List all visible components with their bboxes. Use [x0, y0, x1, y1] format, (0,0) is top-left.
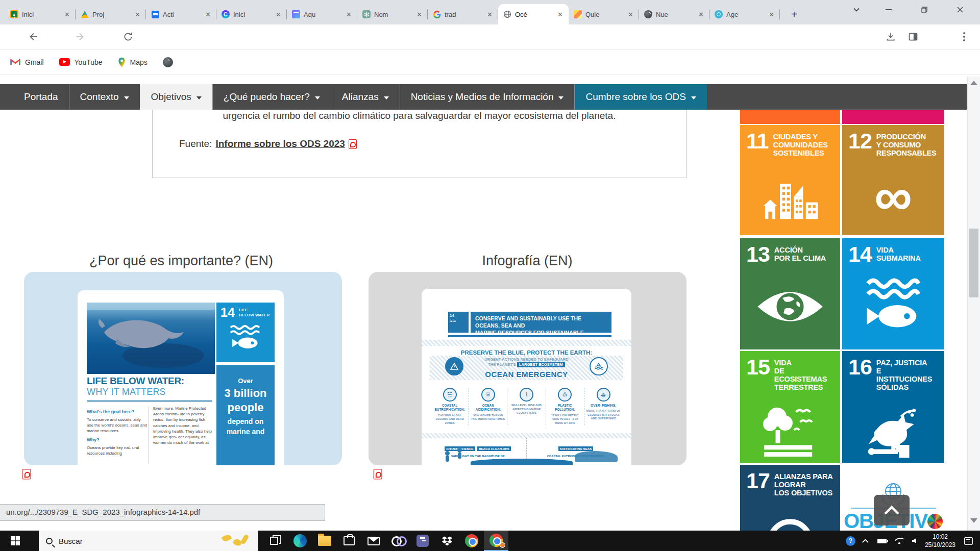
side-panel-icon[interactable]: [904, 30, 922, 44]
nav-item-contexto[interactable]: Contexto: [69, 84, 140, 110]
close-icon[interactable]: ✕: [345, 10, 353, 19]
tab-nombre-chatgpt[interactable]: Nom ✕: [357, 4, 428, 24]
page-scrollbar[interactable]: [967, 77, 980, 531]
why-important-title: ¿Por qué es importante? (EN): [82, 253, 281, 269]
sdg-tile-14[interactable]: 14 VIDASUBMARINA: [842, 238, 944, 349]
forward-button[interactable]: [71, 30, 89, 44]
mail-icon[interactable]: [361, 531, 386, 551]
pdf-link-icon-left[interactable]: [22, 469, 32, 480]
start-button[interactable]: [0, 531, 31, 551]
sdg-tile-16[interactable]: 16 PAZ, JUSTICIAE INSTITUCIONESSÓLIDAS: [842, 351, 944, 463]
sdg-strip-9[interactable]: [740, 110, 840, 124]
pdf-link-icon-right[interactable]: [374, 469, 383, 480]
file-explorer-icon[interactable]: [312, 531, 337, 551]
chrome-icon[interactable]: [459, 531, 484, 551]
store-icon[interactable]: [337, 531, 361, 551]
bookmark-maps[interactable]: Maps: [118, 57, 148, 67]
reload-button[interactable]: [119, 30, 137, 44]
sdg-number: 14: [220, 306, 235, 319]
browser-tab-strip: Inici ✕ Proj ✕ Acti ✕ C Inici ✕ Aqu ✕: [0, 0, 980, 24]
nav-item-cumbre-ods[interactable]: Cumbre sobre los ODS: [574, 84, 706, 110]
tab-agenda[interactable]: Age ✕: [709, 4, 780, 24]
pdf-preview-page[interactable]: 14 ≈≈ CONSERVE AND SUSTAINABLY USE THE O…: [422, 289, 631, 465]
threat-plastic-pollution: ♳ PLASTIC POLLUTION: 17 MILLION METRIC T…: [546, 388, 584, 425]
close-icon[interactable]: ✕: [274, 10, 283, 19]
pdf-preview-page[interactable]: 14 LIFE BELOW WATER Over 3: [78, 290, 284, 465]
tab-aqua[interactable]: Aqu ✕: [287, 4, 357, 24]
rings-app-icon[interactable]: [386, 531, 410, 551]
source-prefix: Fuente:: [179, 138, 212, 149]
back-to-top-button[interactable]: [874, 495, 910, 525]
battery-icon[interactable]: [877, 539, 887, 543]
hatch-band: [422, 340, 631, 346]
menu-dots-icon[interactable]: [955, 30, 973, 44]
factory-icon: ⌸: [481, 388, 495, 402]
tab-quienes[interactable]: Quie ✕: [569, 4, 639, 24]
help-tray-icon[interactable]: ?: [846, 536, 855, 546]
close-icon[interactable]: ✕: [485, 10, 494, 19]
close-icon[interactable]: ✕: [697, 10, 705, 19]
close-icon[interactable]: ✕: [767, 10, 776, 19]
close-icon[interactable]: ✕: [415, 10, 424, 19]
sdg-tile-15[interactable]: 15 VIDADE ECOSISTEMASTERRESTRES: [740, 351, 840, 463]
sdg-number: 12: [848, 132, 872, 158]
scrollbar-thumb[interactable]: [969, 229, 978, 297]
new-tab-button[interactable]: +: [787, 7, 801, 21]
google-icon: [433, 10, 441, 18]
sdg-strip-10[interactable]: [842, 110, 944, 124]
sdg-tile-13[interactable]: 13 ACCIÓNPOR EL CLIMA: [740, 238, 840, 349]
source-report-link[interactable]: Informe sobre los ODS 2023: [215, 138, 345, 149]
close-icon[interactable]: ✕: [63, 10, 71, 19]
chrome-active-icon[interactable]: [484, 531, 508, 551]
tab-search-chevron-button[interactable]: [845, 0, 868, 19]
bookmark-label: Maps: [130, 58, 148, 66]
nav-item-que-puedo-hacer[interactable]: ¿Qué puedo hacer?: [212, 84, 331, 110]
close-icon[interactable]: ✕: [626, 10, 635, 19]
scroll-up-arrow[interactable]: [970, 81, 977, 85]
why-it-matters-card[interactable]: 14 LIFE BELOW WATER Over 3: [24, 272, 342, 465]
minimize-button[interactable]: [874, 0, 903, 19]
tab-label: Nue: [656, 11, 693, 18]
close-icon[interactable]: ✕: [556, 10, 565, 19]
teams-icon[interactable]: [410, 531, 435, 551]
nav-item-objetivos[interactable]: Objetivos: [140, 84, 212, 110]
notification-center-icon[interactable]: [964, 537, 973, 545]
tab-activities-docs[interactable]: Acti ✕: [146, 4, 216, 24]
close-icon[interactable]: ✕: [204, 10, 212, 19]
volume-icon[interactable]: [912, 538, 916, 543]
dropbox-icon[interactable]: [435, 531, 459, 551]
wifi-icon[interactable]: [895, 538, 903, 544]
tab-inicio-classroom[interactable]: Inici ✕: [5, 4, 76, 24]
infographic-card[interactable]: 14 ≈≈ CONSERVE AND SUSTAINABLY USE THE O…: [369, 272, 687, 465]
tab-proj-drive[interactable]: Proj ✕: [76, 4, 146, 24]
task-view-button[interactable]: [263, 531, 288, 551]
answer-text: To conserve and sustain- ably use the wo…: [87, 417, 148, 434]
chevron-down-icon: [197, 96, 202, 99]
tab-inicio-canva[interactable]: C Inici ✕: [216, 4, 287, 24]
nav-item-portada[interactable]: Portada: [13, 84, 69, 110]
edge-icon[interactable]: [288, 531, 312, 551]
bookmark-gmail[interactable]: Gmail: [10, 58, 44, 66]
download-icon[interactable]: [882, 30, 899, 44]
close-icon[interactable]: ✕: [133, 10, 142, 19]
nav-item-noticias[interactable]: Noticias y Medios de Información: [400, 84, 575, 110]
site-navigation: Portada Contexto Objetivos ¿Qué puedo ha…: [0, 84, 967, 110]
bookmarks-bar: Gmail YouTube Maps: [0, 49, 980, 75]
close-window-button[interactable]: [945, 0, 975, 19]
infographic-title: Infografía (EN): [439, 253, 616, 269]
tab-oceanos-active[interactable]: Océ ✕: [498, 4, 569, 24]
tray-chevron-up-icon[interactable]: [864, 539, 869, 543]
bookmark-youtube[interactable]: YouTube: [59, 58, 103, 66]
scroll-down-arrow[interactable]: [970, 518, 977, 523]
taskbar-search-box[interactable]: Buscar: [39, 531, 258, 551]
pdf-column-2: Even more, Marine Protected Areas contri…: [153, 406, 214, 445]
tab-traductor-google[interactable]: trad ✕: [428, 4, 498, 24]
sdg-tile-11[interactable]: 11 CIUDADES YCOMUNIDADESSOSTENIBLES: [740, 125, 840, 235]
nav-item-alianzas[interactable]: Alianzas: [331, 84, 400, 110]
back-button[interactable]: [24, 30, 42, 44]
clock[interactable]: 10:02 25/10/2023: [925, 533, 955, 549]
tab-nueva[interactable]: Nue ✕: [639, 4, 709, 24]
maximize-button[interactable]: [910, 0, 939, 19]
bookmark-globe[interactable]: [163, 57, 173, 67]
sdg-tile-12[interactable]: 12 PRODUCCIÓNY CONSUMORESPONSABLES ∞: [842, 125, 944, 235]
